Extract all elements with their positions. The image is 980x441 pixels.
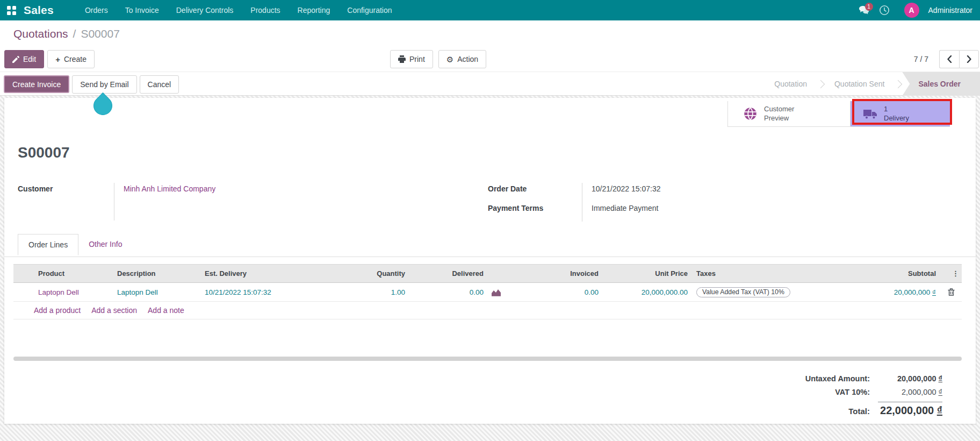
breadcrumb-quotations[interactable]: Quotations: [13, 27, 68, 40]
col-description[interactable]: Description: [113, 265, 200, 283]
col-unit-price[interactable]: Unit Price: [603, 265, 692, 283]
stage-quotation-sent[interactable]: Quotation Sent: [825, 72, 894, 96]
apps-menu-icon[interactable]: [7, 6, 16, 15]
untaxed-amount-row: Untaxed Amount: 20,000,000 ₫: [760, 372, 942, 386]
delete-row-icon[interactable]: [940, 283, 962, 302]
cell-invoiced[interactable]: 0.00: [513, 283, 603, 302]
stage-sales-order[interactable]: Sales Order: [902, 72, 980, 96]
send-by-email-button[interactable]: Send by Email: [72, 75, 136, 94]
col-est-delivery[interactable]: Est. Delivery: [200, 265, 336, 283]
menu-reporting[interactable]: Reporting: [290, 1, 338, 19]
user-avatar[interactable]: A: [904, 3, 919, 18]
add-a-section-link[interactable]: Add a section: [91, 306, 137, 315]
col-taxes[interactable]: Taxes: [692, 265, 841, 283]
smart-buttons: Customer Preview 1 Delivery: [727, 101, 950, 127]
total-row: Total: 22,000,000 ₫: [760, 404, 942, 418]
order-date-label: Order Date: [488, 183, 582, 202]
stage-quotation[interactable]: Quotation: [765, 72, 817, 96]
pager-previous-button[interactable]: [939, 50, 959, 68]
add-a-note-link[interactable]: Add a note: [148, 306, 184, 315]
delivery-count: 1: [884, 105, 909, 114]
order-lines-table: Product Description Est. Delivery Quanti…: [13, 264, 962, 302]
create-invoice-button[interactable]: Create Invoice: [4, 75, 69, 93]
cancel-button[interactable]: Cancel: [140, 75, 179, 94]
app-title[interactable]: Sales: [24, 4, 54, 17]
customer-preview-line2: Preview: [764, 114, 794, 123]
column-options-icon[interactable]: ⋮: [940, 265, 962, 283]
tab-order-lines[interactable]: Order Lines: [18, 234, 78, 255]
delivery-smart-button[interactable]: 1 Delivery: [850, 101, 950, 126]
cell-unit-price[interactable]: 20,000,000.00: [603, 283, 692, 302]
horizontal-scrollbar[interactable]: [13, 357, 962, 361]
action-button[interactable]: ⚙ Action: [438, 50, 486, 68]
messages-icon[interactable]: 1: [856, 2, 872, 18]
create-button[interactable]: + Create: [47, 50, 95, 68]
handle-column-header: [13, 265, 34, 283]
breadcrumb-current: S00007: [81, 27, 119, 40]
col-product[interactable]: Product: [34, 265, 113, 283]
printer-icon: [398, 55, 406, 63]
truck-icon: [863, 109, 877, 119]
col-subtotal[interactable]: Subtotal: [841, 265, 940, 283]
pager-next-button[interactable]: [959, 50, 979, 68]
menu-delivery-controls[interactable]: Delivery Controls: [169, 1, 241, 19]
row-handle-cell: [13, 283, 34, 302]
pencil-icon: [12, 56, 19, 63]
control-panel: Edit + Create Print ⚙ Action 7 / 7: [0, 47, 980, 72]
add-a-product-link[interactable]: Add a product: [34, 306, 81, 315]
field-group-right: Order Date Payment Terms 10/21/2022 15:0…: [488, 183, 776, 222]
customer-label: Customer: [18, 183, 114, 202]
globe-icon: [743, 106, 758, 121]
total-label: Total:: [848, 404, 870, 418]
chevron-left-icon: [947, 55, 952, 63]
payment-terms-label: Payment Terms: [488, 202, 582, 222]
cell-description[interactable]: Laptopn Dell: [113, 283, 200, 302]
customer-preview-line1: Customer: [764, 105, 794, 114]
totals-panel: Untaxed Amount: 20,000,000 ₫ VAT 10%: 2,…: [760, 372, 942, 418]
customer-value[interactable]: Minh Anh Limited Company: [114, 183, 340, 202]
currency-symbol: ₫: [932, 288, 936, 296]
notebook-tabs: Order Lines Other Info: [18, 234, 132, 255]
cell-taxes[interactable]: Value Added Tax (VAT) 10%: [692, 283, 841, 302]
totals-divider: [878, 402, 942, 402]
payment-terms-value: Immediate Payment: [582, 202, 776, 222]
activities-clock-icon[interactable]: [876, 2, 892, 18]
tax-tag[interactable]: Value Added Tax (VAT) 10%: [696, 287, 790, 297]
col-quantity[interactable]: Quantity: [336, 265, 409, 283]
plus-icon: +: [55, 55, 60, 63]
cell-product[interactable]: Laptopn Dell: [34, 283, 113, 302]
menu-products[interactable]: Products: [243, 1, 287, 19]
tab-divider: [4, 257, 976, 257]
stage-pipeline: Quotation Quotation Sent Sales Order: [765, 72, 980, 96]
forecast-chart-icon[interactable]: [488, 283, 513, 302]
col-invoiced[interactable]: Invoiced: [513, 265, 603, 283]
pager-count: 7 / 7: [914, 55, 928, 63]
order-line-row[interactable]: Laptopn Dell Laptopn Dell 10/21/2022 15:…: [13, 283, 962, 302]
top-navbar: Sales Orders To Invoice Delivery Control…: [0, 0, 980, 20]
menu-orders[interactable]: Orders: [77, 1, 116, 19]
cell-est-delivery[interactable]: 10/21/2022 15:07:32: [200, 283, 336, 302]
breadcrumb-divider: /: [73, 27, 76, 40]
col-forecast: [488, 265, 513, 283]
user-name[interactable]: Administrator: [928, 6, 972, 15]
vat-row: VAT 10%: 2,000,000 ₫: [760, 386, 942, 399]
customer-preview-button[interactable]: Customer Preview: [727, 101, 850, 126]
menu-configuration[interactable]: Configuration: [340, 1, 399, 19]
col-delivered[interactable]: Delivered: [409, 265, 488, 283]
cell-quantity[interactable]: 1.00: [336, 283, 409, 302]
tab-other-info[interactable]: Other Info: [78, 234, 132, 255]
content-area: Customer Preview 1 Delivery: [0, 96, 980, 441]
gear-icon: ⚙: [446, 55, 453, 63]
messages-badge: 1: [865, 3, 873, 11]
statusbar: Create Invoice Send by Email Cancel Quot…: [0, 72, 980, 96]
menu-to-invoice[interactable]: To Invoice: [118, 1, 167, 19]
cell-delivered[interactable]: 0.00: [409, 283, 488, 302]
print-button[interactable]: Print: [390, 50, 433, 68]
odoo-sales-window: Sales Orders To Invoice Delivery Control…: [0, 0, 980, 441]
total-value: 22,000,000 ₫: [870, 404, 942, 417]
order-date-value: 10/21/2022 15:07:32: [582, 183, 776, 202]
edit-button[interactable]: Edit: [4, 50, 44, 68]
table-footer-links: Add a product Add a section Add a note: [13, 301, 962, 319]
form-sheet: Customer Preview 1 Delivery: [4, 98, 976, 424]
untaxed-amount-value: 20,000,000 ₫: [870, 372, 942, 386]
